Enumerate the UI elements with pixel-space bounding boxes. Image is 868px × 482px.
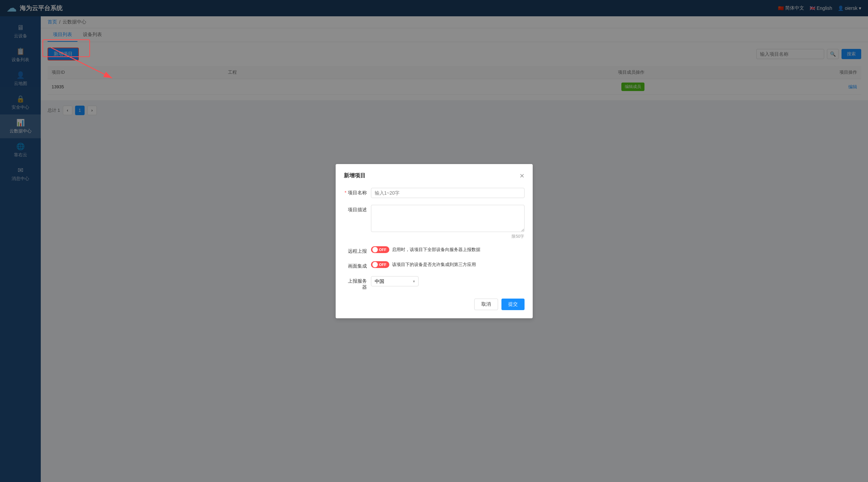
desc-control: 限50字 [371,205,525,239]
form-row-name: 项目名称 [344,188,525,198]
screen-toggle-row: OFF 该项目下的设备是否允许集成到第三方应用 [371,261,525,268]
desc-label: 项目描述 [344,205,371,213]
form-row-desc: 项目描述 限50字 [344,205,525,239]
screen-control: OFF 该项目下的设备是否允许集成到第三方应用 [371,261,525,268]
add-project-modal: 新增项目 ✕ 项目名称 项目描述 限50字 远程上报 [336,164,533,318]
form-row-server: 上报服务器 中国 [344,276,525,290]
modal-close-button[interactable]: ✕ [519,172,525,180]
remote-toggle-row: OFF 启用时，该项目下全部设备向服务器上报数据 [371,246,525,253]
remote-toggle-desc: 启用时，该项目下全部设备向服务器上报数据 [392,247,480,253]
name-label: 项目名称 [344,188,371,196]
modal-title: 新增项目 [344,172,366,179]
project-name-input[interactable] [371,188,525,198]
server-select[interactable]: 中国 [371,276,419,286]
remote-control: OFF 启用时，该项目下全部设备向服务器上报数据 [371,246,525,253]
form-row-remote: 远程上报 OFF 启用时，该项目下全部设备向服务器上报数据 [344,246,525,254]
server-select-wrapper: 中国 [371,276,419,286]
screen-label: 画面集成 [344,261,371,269]
project-desc-textarea[interactable] [371,205,525,232]
screen-toggle-desc: 该项目下的设备是否允许集成到第三方应用 [392,262,476,268]
screen-toggle-circle [372,262,378,267]
cancel-button[interactable]: 取消 [474,299,498,310]
modal-header: 新增项目 ✕ [344,172,525,180]
server-label: 上报服务器 [344,276,371,290]
screen-toggle[interactable]: OFF [371,261,389,268]
name-control [371,188,525,198]
form-row-screen: 画面集成 OFF 该项目下的设备是否允许集成到第三方应用 [344,261,525,269]
remote-toggle-text: OFF [379,248,387,252]
char-limit: 限50字 [371,234,525,239]
remote-toggle[interactable]: OFF [371,246,389,253]
toggle-circle [372,247,378,252]
server-control: 中国 [371,276,525,286]
screen-toggle-text: OFF [379,263,387,267]
modal-footer: 取消 提交 [344,299,525,310]
submit-button[interactable]: 提交 [501,299,525,310]
modal-overlay: 新增项目 ✕ 项目名称 项目描述 限50字 远程上报 [0,0,868,482]
remote-label: 远程上报 [344,246,371,254]
